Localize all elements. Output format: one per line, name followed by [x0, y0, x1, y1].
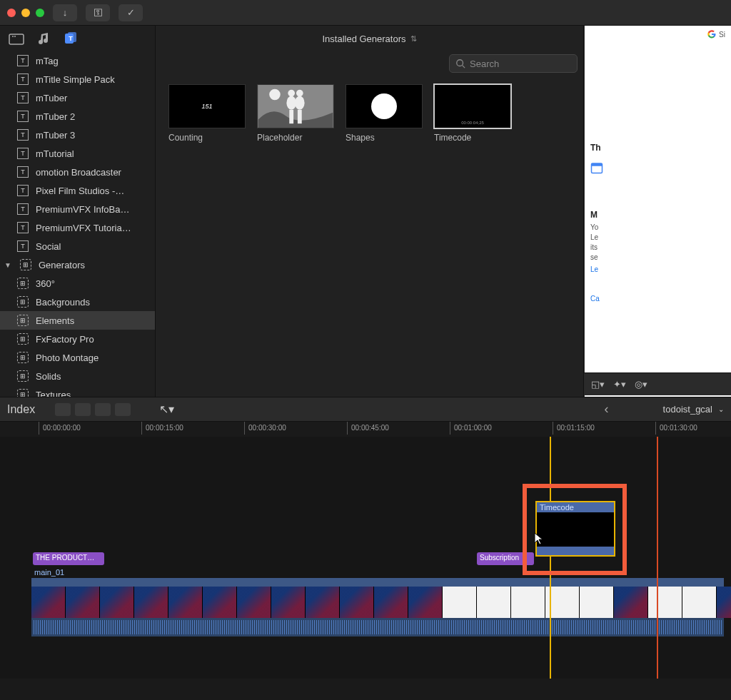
sidebar-item-solids[interactable]: ⊞Solids — [0, 367, 155, 385]
sidebar-item-label: Textures — [36, 390, 71, 397]
svg-point-11 — [295, 96, 305, 109]
title-icon: T — [17, 222, 29, 233]
mouse-cursor-icon — [534, 532, 544, 545]
photos-videos-tab[interactable] — [9, 31, 24, 46]
sidebar-item-label: FxFactory Pro — [36, 334, 94, 345]
ruler-tick: 00:00:15:00 — [146, 424, 183, 432]
sidebar-item-fxfactory[interactable]: ⊞FxFactory Pro — [0, 330, 155, 348]
clip-name-label: main_01 — [34, 568, 64, 577]
sidebar-item-elements[interactable]: ⊞Elements — [0, 311, 155, 330]
timeline-tracks[interactable]: THE PRODUCT… Subscription main_01 Timeco… — [0, 437, 731, 679]
ruler-tick: 00:01:00:00 — [454, 424, 492, 432]
sidebar-item-label: Pixel Film Studios -… — [36, 186, 124, 196]
search-icon — [455, 59, 465, 69]
timeline-back-button[interactable]: ‹ — [605, 402, 609, 417]
sidebar-item-textures[interactable]: ⊞Textures — [0, 385, 155, 397]
sidebar-item-photo-montage[interactable]: ⊞Photo Montage — [0, 348, 155, 367]
color-tool-icon[interactable]: ◎▾ — [635, 379, 647, 390]
svg-point-6 — [457, 60, 463, 66]
thumb-text: 00:00:04;25 — [461, 121, 484, 125]
sidebar-item-label: Photo Montage — [36, 352, 99, 363]
sidebar-item-omotion[interactable]: Tomotion Broadcaster — [0, 163, 155, 181]
traffic-lights — [7, 9, 44, 17]
thumb-text: 151 — [201, 103, 212, 110]
timeline-ruler[interactable]: 00:00:00:0000:00:15:0000:00:30:0000:00:4… — [0, 421, 731, 437]
generator-placeholder[interactable]: Placeholder — [257, 84, 334, 143]
crop-tool-icon[interactable]: ◱▾ — [591, 379, 605, 390]
placeholder-thumb-icon — [258, 85, 333, 128]
title-icon: T — [17, 129, 29, 141]
sidebar-item-mtitle-simple[interactable]: TmTitle Simple Pack — [0, 70, 155, 88]
project-name: todoist_gcal — [663, 404, 712, 415]
enhance-tool-icon[interactable]: ✦▾ — [613, 379, 626, 390]
index-button[interactable]: Index — [7, 403, 35, 416]
sidebar-item-label: Solids — [36, 371, 61, 382]
sidebar-item-mtag[interactable]: TmTag — [0, 51, 155, 70]
ruler-tick: 00:00:00:00 — [43, 424, 81, 432]
sidebar-tabs: T — [0, 26, 155, 51]
svg-rect-15 — [298, 110, 302, 123]
ruler-tick: 00:00:45:00 — [351, 424, 389, 432]
title-icon: T — [17, 240, 29, 252]
overwrite-clip-button[interactable] — [115, 403, 131, 416]
generator-icon: ⊞ — [17, 333, 29, 345]
generator-counting[interactable]: 151 Counting — [168, 84, 246, 143]
svg-point-13 — [296, 90, 303, 97]
disclosure-triangle-icon[interactable]: ▼ — [4, 261, 11, 269]
append-clip-button[interactable] — [95, 403, 111, 416]
sidebar-category-label: Generators — [39, 260, 85, 270]
sidebar-item-label: mTuber 3 — [36, 130, 75, 141]
zoom-window-button[interactable] — [36, 9, 44, 17]
title-clip-product[interactable]: THE PRODUCT… — [33, 552, 104, 565]
minimize-window-button[interactable] — [21, 9, 30, 17]
title-icon: T — [17, 111, 29, 122]
google-logo-icon — [707, 30, 716, 39]
select-tool-icon[interactable]: ↖▾ — [159, 402, 174, 416]
sidebar-item-social[interactable]: TSocial — [0, 237, 155, 255]
generator-icon: ⊞ — [17, 278, 29, 289]
sidebar-item-premiumvfx-infobar[interactable]: TPremiumVFX InfoBa… — [0, 200, 155, 218]
audio-clip[interactable] — [31, 618, 724, 636]
insert-clip-button[interactable] — [75, 403, 91, 416]
browser-sidebar: T TmTag TmTitle Simple Pack TmTuber TmTu… — [0, 26, 156, 397]
clip-header-bar[interactable] — [31, 578, 724, 587]
sidebar-item-premiumvfx-tutorial[interactable]: TPremiumVFX Tutoria… — [0, 218, 155, 237]
close-window-button[interactable] — [7, 9, 16, 17]
dragged-timecode-clip[interactable]: Timecode — [535, 501, 615, 557]
search-placeholder: Search — [470, 59, 499, 69]
sidebar-list[interactable]: TmTag TmTitle Simple Pack TmTuber TmTube… — [0, 51, 155, 397]
background-tasks-button[interactable]: ✓ — [119, 4, 143, 21]
generator-timecode[interactable]: 00:00:04;25 Timecode — [434, 84, 511, 143]
svg-text:T: T — [69, 35, 73, 42]
sidebar-item-mtuber-3[interactable]: TmTuber 3 — [0, 126, 155, 144]
keyword-button[interactable]: ⚿ — [86, 4, 110, 21]
external-window-preview: Si Th M Yo Le its se Le Ca — [584, 26, 731, 397]
generator-shapes[interactable]: Shapes — [346, 84, 423, 143]
calendar-icon — [590, 161, 603, 174]
browser-header-dropdown[interactable]: Installed Generators ⇅ — [156, 26, 583, 51]
svg-point-16 — [371, 93, 397, 119]
import-button[interactable]: ↓ — [53, 4, 77, 21]
sidebar-category-generators[interactable]: ▼⊞Generators — [0, 255, 155, 274]
sidebar-item-label: 360° — [36, 278, 55, 289]
svg-point-9 — [269, 89, 280, 100]
connect-clip-button[interactable] — [55, 403, 71, 416]
sidebar-item-mtuber-2[interactable]: TmTuber 2 — [0, 107, 155, 126]
cancel-link[interactable]: Ca — [590, 295, 725, 303]
learn-more-link[interactable]: Le — [590, 265, 725, 273]
chevron-down-icon[interactable]: ⌄ — [718, 405, 724, 413]
video-clip[interactable] — [31, 587, 724, 618]
titles-generators-tab[interactable]: T — [63, 31, 79, 46]
sidebar-item-360[interactable]: ⊞360° — [0, 274, 155, 293]
generator-icon: ⊞ — [20, 259, 31, 270]
dragged-clip-label: Timecode — [537, 502, 614, 512]
sidebar-item-mtuber[interactable]: TmTuber — [0, 88, 155, 107]
music-tab[interactable] — [36, 31, 51, 46]
sidebar-item-mtutorial[interactable]: TmTutorial — [0, 144, 155, 163]
range-marker[interactable] — [657, 437, 658, 679]
sidebar-item-pixel-film[interactable]: TPixel Film Studios -… — [0, 181, 155, 200]
sidebar-item-label: mTutorial — [36, 148, 74, 159]
search-field[interactable]: Search — [449, 54, 578, 73]
circle-icon — [370, 92, 398, 121]
sidebar-item-backgrounds[interactable]: ⊞Backgrounds — [0, 293, 155, 311]
